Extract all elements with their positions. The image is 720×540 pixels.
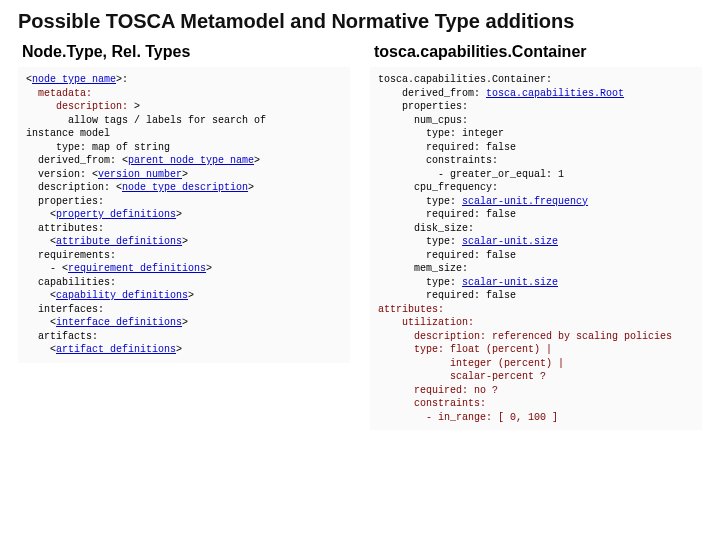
right-heading: tosca.capabilities.Container xyxy=(374,43,702,61)
slide: Possible TOSCA Metamodel and Normative T… xyxy=(0,0,720,440)
right-column: tosca.capabilities.Container tosca.capab… xyxy=(370,43,702,430)
right-codebox: tosca.capabilities.Container: derived_fr… xyxy=(370,67,702,430)
left-codebox: <node type name>: metadata: description:… xyxy=(18,67,350,363)
left-column: Node.Type, Rel. Types <node type name>: … xyxy=(18,43,350,430)
page-title: Possible TOSCA Metamodel and Normative T… xyxy=(18,10,702,33)
left-heading: Node.Type, Rel. Types xyxy=(22,43,350,61)
columns: Node.Type, Rel. Types <node type name>: … xyxy=(18,43,702,430)
